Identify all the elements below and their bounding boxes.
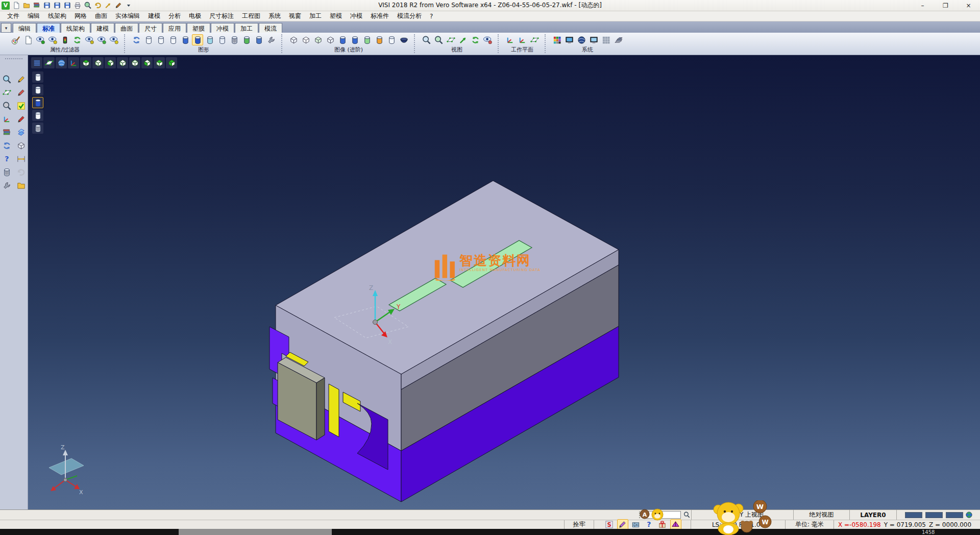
new-file-icon[interactable]	[12, 1, 21, 10]
snap-lock-toggle[interactable]: 拴牢	[564, 520, 594, 529]
zoom-window-icon[interactable]	[421, 34, 432, 45]
dynamic-rotation-icon[interactable]	[457, 34, 469, 45]
menu-item-建模[interactable]: 建模	[144, 12, 164, 20]
menu-item-系统[interactable]: 系统	[264, 12, 285, 20]
quick-access-caret-icon[interactable]	[124, 1, 133, 10]
cube-views-3-icon[interactable]	[312, 34, 324, 45]
workplane-view-icon[interactable]	[529, 34, 540, 45]
active-layer-name[interactable]: LAYER0	[849, 510, 896, 520]
cylinder-shaded-edges-icon[interactable]	[192, 34, 203, 45]
shaded-plane-icon[interactable]	[43, 57, 55, 68]
cylinder-copy-icon[interactable]	[253, 34, 264, 45]
system-globe-icon[interactable]	[576, 34, 587, 45]
open-file-icon[interactable]	[22, 1, 31, 10]
refresh-graphics-icon[interactable]	[131, 34, 142, 45]
cube-views-2-icon[interactable]	[300, 34, 311, 45]
tab-尺寸[interactable]: 尺寸	[139, 23, 162, 33]
menu-item-分析[interactable]: 分析	[164, 12, 185, 20]
view-left-icon[interactable]	[141, 57, 153, 68]
snapshot-icon[interactable]	[588, 34, 599, 45]
viewport-window-icon[interactable]	[15, 127, 27, 138]
quick-search-input[interactable]	[644, 511, 681, 519]
print-icon[interactable]	[73, 1, 82, 10]
tab-标准[interactable]: 标准	[37, 23, 60, 33]
menu-item-塑模[interactable]: 塑模	[326, 12, 346, 20]
edit-sketch-icon[interactable]	[15, 74, 27, 85]
show-all-icon[interactable]	[96, 34, 107, 45]
absolute-view-indicator[interactable]: 绝对视图	[793, 510, 849, 520]
help-icon[interactable]: ?	[1, 153, 12, 164]
workplane-create-icon[interactable]	[504, 34, 516, 45]
view-menu-icon[interactable]	[31, 57, 42, 68]
taskbar-segment[interactable]	[179, 529, 332, 535]
graphics-settings-icon[interactable]	[265, 34, 277, 45]
attributes-brush-icon[interactable]	[10, 34, 21, 45]
undo-gray-icon[interactable]	[15, 166, 27, 178]
view-back-icon[interactable]	[129, 57, 140, 68]
layer-color-swatch-2[interactable]	[925, 512, 943, 518]
menu-item-工程图[interactable]: 工程图	[238, 12, 264, 20]
status-grip[interactable]	[639, 512, 643, 518]
view-right-icon[interactable]	[117, 57, 128, 68]
menu-item-冲模[interactable]: 冲模	[346, 12, 366, 20]
delete-layer-icon[interactable]	[32, 123, 43, 134]
zoom-solid-icon[interactable]	[1, 100, 12, 111]
menu-item-线架构[interactable]: 线架构	[44, 12, 70, 20]
active-layer-icon[interactable]	[32, 97, 43, 108]
measure-icon[interactable]	[15, 153, 27, 164]
layer-color-swatch-3[interactable]	[946, 512, 963, 518]
hide-all-icon[interactable]	[108, 34, 119, 45]
navigate-tools-icon[interactable]	[1, 180, 12, 191]
clamp-block-side[interactable]	[316, 378, 325, 440]
cylinder-dynamic-icon[interactable]	[241, 34, 252, 45]
view-plane-icon[interactable]	[445, 34, 456, 45]
menu-item-尺寸标注[interactable]: 尺寸标注	[205, 12, 238, 20]
minimize-button[interactable]: –	[911, 0, 934, 11]
filter-manager-icon[interactable]	[59, 34, 70, 45]
sidebar-handle[interactable]	[5, 58, 22, 62]
menu-item-文件[interactable]: 文件	[3, 12, 23, 20]
delete-graphics-icon[interactable]	[229, 34, 240, 45]
layer-slot-4-icon[interactable]	[32, 110, 43, 121]
save-file-icon[interactable]	[42, 1, 52, 10]
undo-icon[interactable]	[93, 1, 103, 10]
cylinder-flat-icon[interactable]	[216, 34, 228, 45]
cylinder-wireframe-icon[interactable]	[143, 34, 154, 45]
background-icon[interactable]	[398, 34, 409, 45]
tab-应用[interactable]: 应用	[163, 23, 186, 33]
layer-slot-2-icon[interactable]	[32, 84, 43, 95]
spline-icon[interactable]	[15, 113, 27, 125]
clamp-yellow-bar[interactable]	[329, 384, 339, 437]
menu-item-曲面[interactable]: 曲面	[91, 12, 111, 20]
menu-item-电极[interactable]: 电极	[185, 12, 205, 20]
layer-slot-1-icon[interactable]	[32, 71, 43, 83]
attributes-library-icon[interactable]	[1, 127, 12, 138]
solid-green-icon[interactable]	[361, 34, 373, 45]
validate-icon[interactable]	[15, 100, 27, 111]
windows-taskbar[interactable]: 1458	[0, 529, 980, 535]
print-preview-icon[interactable]	[83, 1, 92, 10]
tab-曲面[interactable]: 曲面	[115, 23, 138, 33]
globe-icon[interactable]	[965, 511, 974, 519]
view-mode-indicator[interactable]: 绝对 XY 上视图	[691, 510, 793, 520]
zoom-extents-icon[interactable]	[433, 34, 444, 45]
zoom-select-icon[interactable]	[1, 74, 12, 85]
tab-编辑[interactable]: 编辑	[13, 23, 36, 33]
view-front-icon[interactable]	[105, 57, 116, 68]
open-project-icon[interactable]	[15, 180, 27, 191]
delete-icon[interactable]	[1, 166, 12, 178]
cylinder-shaded-icon[interactable]	[180, 34, 191, 45]
tab-建模[interactable]: 建模	[91, 23, 114, 33]
plane-select-icon[interactable]	[1, 87, 12, 98]
layer-color-swatch-1[interactable]	[905, 512, 922, 518]
menu-item-模流分析[interactable]: 模流分析	[393, 12, 426, 20]
curve-edit-icon[interactable]	[15, 87, 27, 98]
macro-icon[interactable]	[114, 1, 123, 10]
cylinder-dashed-icon[interactable]	[167, 34, 179, 45]
hide-entities-icon[interactable]	[47, 34, 58, 45]
solid-resolution-2-icon[interactable]	[349, 34, 360, 45]
menu-item-标准件[interactable]: 标准件	[366, 12, 393, 20]
layer-stack-icon[interactable]	[612, 34, 624, 45]
tab-冲模[interactable]: 冲模	[211, 23, 234, 33]
menu-item-?[interactable]: ?	[426, 13, 437, 20]
